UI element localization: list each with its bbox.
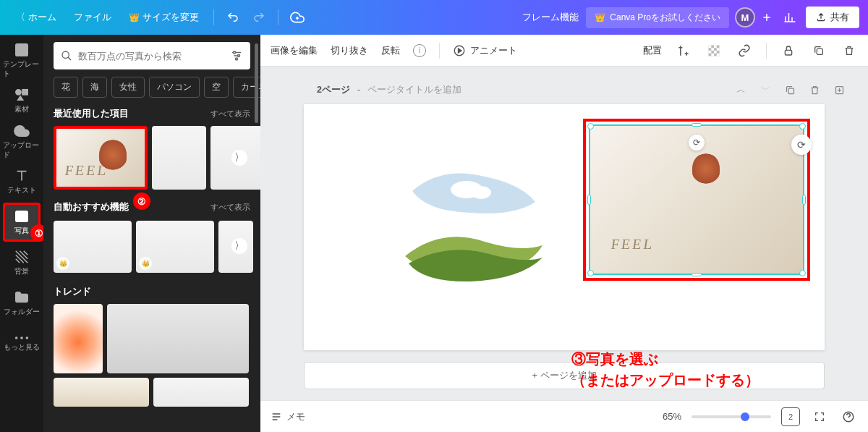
edit-image-button[interactable]: 画像を編集 (271, 44, 318, 57)
rail-more[interactable]: もっと見る (3, 324, 41, 363)
svg-point-7 (26, 336, 29, 339)
svg-rect-19 (714, 51, 717, 54)
view-all-link[interactable]: すべて表示 (210, 202, 250, 213)
position-button[interactable]: 配置 (643, 44, 662, 57)
rail-elements[interactable]: 素材 (3, 81, 41, 120)
resize-handle-tr[interactable] (799, 123, 806, 130)
resize-button[interactable]: 👑 サイズを変更 (122, 7, 206, 28)
resize-handle-r[interactable] (802, 195, 806, 205)
recent-photo-1[interactable] (54, 126, 148, 190)
rail-template[interactable]: テンプレート (3, 41, 41, 80)
panel-scrollbar[interactable] (255, 43, 258, 423)
crop-button[interactable]: 切り抜き (331, 44, 368, 57)
search-input[interactable] (78, 51, 230, 62)
svg-point-5 (15, 336, 18, 339)
recent-photo-2[interactable] (152, 126, 206, 190)
insights-button[interactable] (778, 6, 801, 29)
resize-handle-l[interactable] (587, 195, 591, 205)
svg-point-11 (236, 58, 238, 60)
add-member-button[interactable] (755, 6, 778, 29)
page-duplicate-icon[interactable] (781, 81, 799, 98)
crown-icon: 👑 (595, 12, 605, 22)
zoom-slider[interactable] (692, 415, 771, 418)
back-button[interactable]: 〈 ホーム (9, 7, 64, 28)
notes-button[interactable]: メモ (271, 410, 305, 423)
separator (278, 9, 278, 25)
page-up-icon[interactable]: ︿ (732, 81, 749, 98)
trend-photo-4[interactable] (153, 378, 249, 407)
filter-icon[interactable] (230, 49, 243, 62)
pro-label: Canva Proをお試しください (610, 12, 720, 24)
background-icon (14, 249, 30, 265)
svg-rect-20 (711, 53, 714, 56)
trend-thumbs (54, 304, 250, 407)
cloud-sync-icon[interactable] (286, 6, 309, 29)
transparency-icon[interactable] (705, 42, 723, 59)
page-down-icon[interactable]: ﹀ (757, 81, 774, 98)
canvas-area: 画像を編集 切り抜き 反転 i アニメート 配置 2ページ - ページタイトルを (260, 35, 868, 432)
info-icon[interactable]: i (413, 44, 426, 57)
design-title[interactable]: フレーム機能 (515, 7, 586, 28)
rotate-handle-bottom[interactable]: ⟳ (689, 135, 705, 151)
resize-handle-t[interactable] (692, 123, 702, 127)
canvas-scroll[interactable]: 2ページ - ページタイトルを追加 ︿ ﹀ (260, 67, 868, 400)
resize-handle-bl[interactable] (587, 270, 594, 276)
rail-text[interactable]: テキスト (3, 162, 41, 201)
resize-handle-tl[interactable] (587, 123, 594, 130)
page-title-input[interactable]: ページタイトルを追加 (367, 84, 461, 96)
canvas-page[interactable]: ⟳ ⟳ (304, 104, 825, 350)
animate-button[interactable]: アニメート (453, 44, 517, 57)
crown-icon: 👑 (129, 12, 140, 22)
link-icon[interactable] (736, 42, 753, 59)
zoom-knob[interactable] (741, 412, 749, 421)
svg-rect-2 (22, 90, 27, 95)
tag-pc[interactable]: パソコン (149, 77, 200, 98)
trend-photo-2[interactable] (107, 304, 249, 373)
page-indicator[interactable]: 2 (781, 407, 800, 426)
rail-background[interactable]: 背景 (3, 243, 41, 282)
avatar[interactable]: M (735, 7, 755, 27)
file-menu[interactable]: ファイル (67, 7, 119, 28)
page-delete-icon[interactable] (806, 81, 823, 98)
zoom-value[interactable]: 65% (663, 411, 681, 422)
auto-photo-1[interactable]: 👑 (54, 221, 132, 273)
landscape-graphic[interactable] (398, 162, 550, 285)
view-all-link[interactable]: すべて表示 (210, 109, 250, 119)
separator (439, 43, 440, 59)
undo-button[interactable] (221, 6, 244, 29)
rotate-handle[interactable]: ⟳ (791, 135, 812, 155)
scroll-right-button[interactable]: 〉 (231, 238, 247, 254)
rail-folder[interactable]: フォルダー (3, 284, 41, 323)
duplicate-icon[interactable] (810, 42, 827, 59)
svg-point-10 (238, 55, 240, 57)
auto-photo-2[interactable]: 👑 (136, 221, 214, 273)
help-icon[interactable] (839, 407, 858, 426)
delete-icon[interactable] (841, 42, 858, 59)
tag-sea[interactable]: 海 (82, 77, 107, 98)
rail-label: アップロード (3, 141, 41, 160)
selected-photo[interactable]: ⟳ ⟳ (583, 119, 810, 281)
tag-woman[interactable]: 女性 (111, 77, 145, 98)
tag-flower[interactable]: 花 (54, 77, 78, 98)
page-add-icon[interactable] (830, 81, 848, 98)
resize-handle-b[interactable] (692, 273, 702, 276)
rail-label: フォルダー (4, 308, 40, 317)
trend-photo-3[interactable] (54, 378, 149, 407)
rail-upload[interactable]: アップロード (3, 122, 41, 161)
flip-button[interactable]: 反転 (381, 44, 400, 57)
tag-sky[interactable]: 空 (204, 77, 229, 98)
effects-icon[interactable] (675, 42, 692, 59)
trend-photo-1[interactable] (54, 304, 103, 373)
title-text: フレーム機能 (522, 11, 579, 24)
redo-button[interactable] (247, 6, 271, 29)
avatar-initial: M (741, 12, 749, 23)
share-button[interactable]: 共有 (806, 7, 859, 28)
search-input-wrap[interactable] (54, 42, 250, 69)
scrollbar-thumb[interactable] (255, 43, 258, 123)
scroll-right-button[interactable]: 〉 (231, 150, 247, 166)
resize-handle-br[interactable] (799, 270, 806, 276)
badge-text: ① (35, 228, 43, 239)
fullscreen-icon[interactable] (810, 407, 829, 426)
try-pro-button[interactable]: 👑 Canva Proをお試しください (586, 7, 729, 28)
lock-icon[interactable] (780, 42, 797, 59)
